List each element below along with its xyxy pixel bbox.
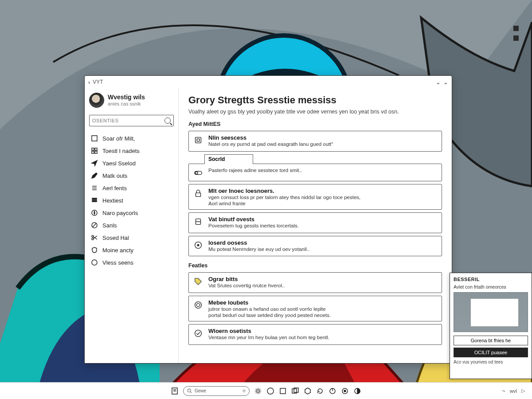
card-desc: Vat Srutes covertig nrutce hverol.. <box>208 282 285 289</box>
svg-rect-6 <box>95 148 97 150</box>
card-title: Nlin seescess <box>208 134 333 141</box>
check-circle-icon <box>193 329 203 338</box>
sidebar-item-label: Vless seens <box>102 259 133 266</box>
card-desc: Pasterfo rajees adine sesstece tord smit… <box>208 167 302 174</box>
svg-rect-7 <box>92 151 94 153</box>
sidebar-item-0[interactable]: Soar ofr Milt, <box>89 133 174 144</box>
popup-thumbnail <box>454 292 528 332</box>
settings-card[interactable]: Nlin seescessNatel ors ey purnd at pad o… <box>188 131 442 152</box>
notification-popup: BESSERIL Avlet con frtath omeorces Goren… <box>450 273 532 379</box>
svg-point-32 <box>196 303 200 306</box>
card-desc: Povesetem tug gessts inertes lorcertals. <box>208 223 299 230</box>
settings-card[interactable]: loserd oosessMu poteat Nenrndery ise euy… <box>188 236 442 257</box>
account-subtitle: anies cas ssnik <box>108 101 145 106</box>
card-desc: Ventase mn yeur Irn hey bulaa yen out ho… <box>208 334 329 341</box>
settings-card[interactable]: Vat binutf ovestsPovesetem tug gessts in… <box>188 212 442 233</box>
taskbar-dot-icon[interactable] <box>341 387 349 395</box>
settings-card[interactable]: Wloern osetistsVentase mn yeur Irn hey b… <box>188 324 442 345</box>
taskbar: Gewe ◎ ~ wvl ▷ <box>0 382 532 399</box>
stack-icon <box>91 197 98 204</box>
svg-marker-44 <box>305 388 310 394</box>
back-button[interactable]: ‹ <box>88 79 90 86</box>
sidebar-item-label: Sanls <box>102 222 117 229</box>
sidebar-item-label: Yaesl Sselod <box>102 160 136 167</box>
card-desc: jutror toun onawn a hefand uso od sontl … <box>208 306 331 313</box>
account-header[interactable]: Wvestig wils anies cas ssnik <box>89 92 174 111</box>
card-title: Vat binutf ovests <box>208 216 299 223</box>
svg-point-48 <box>344 390 346 392</box>
svg-point-31 <box>195 301 202 308</box>
taskbar-layers-icon[interactable] <box>291 387 299 395</box>
sidebar-item-6[interactable]: Naro paycorls <box>89 207 174 219</box>
taskbar-hex-icon[interactable] <box>304 387 312 395</box>
settings-card[interactable]: Pasterfo rajees adine sesstece tord smit… <box>188 164 442 181</box>
svg-rect-2 <box>513 35 519 41</box>
svg-rect-41 <box>280 388 286 394</box>
settings-card[interactable]: Ograr bittsVat Srutes covertig nrutce hv… <box>188 272 442 293</box>
settings-card[interactable]: Mlt oer Inoec loesnoers.vgen consuct los… <box>188 184 442 210</box>
card-list-2: Ograr bittsVat Srutes covertig nrutce hv… <box>188 272 442 345</box>
circle-star-icon <box>91 209 98 216</box>
popup-button-light[interactable]: Gorena bt fhies he <box>454 336 528 345</box>
sidebar-item-label: Aerl fents <box>102 185 127 192</box>
page-title: Grory Stregtts Sresstie messiss <box>188 94 442 106</box>
taskbar-refresh-icon[interactable] <box>316 387 324 395</box>
search-input[interactable] <box>92 118 164 123</box>
card-title: Mebee loubets <box>208 299 331 306</box>
search-container <box>89 115 174 126</box>
taskbar-search-placeholder: Gewe <box>195 388 240 393</box>
sidebar-item-1[interactable]: Toestl I nadets <box>89 145 174 156</box>
titlebar-label: VYT <box>93 79 103 85</box>
svg-rect-26 <box>196 193 201 196</box>
chevron-down-icon-2[interactable]: ⌄ <box>443 79 448 86</box>
grid-icon <box>91 147 98 154</box>
svg-line-38 <box>191 392 192 393</box>
sidebar-item-label: Sosed Hal <box>102 235 129 241</box>
sidebar-item-2[interactable]: Yaesl Sselod <box>89 157 174 169</box>
section-label-1: Ayed MittES <box>188 121 442 127</box>
svg-line-16 <box>93 223 96 227</box>
card-desc: Natel ors ey purnd at pad owd easgrath l… <box>208 141 333 148</box>
lock-icon <box>193 188 203 198</box>
spiral-icon <box>193 300 203 310</box>
taskbar-square-icon[interactable] <box>279 387 287 395</box>
svg-rect-22 <box>196 137 201 143</box>
square-icon <box>91 135 98 142</box>
tag-icon <box>193 277 203 286</box>
taskbar-circle-icon[interactable] <box>266 387 274 395</box>
taskbar-gear-icon[interactable] <box>254 387 262 395</box>
sidebar-item-label: Hextiest <box>102 197 123 204</box>
svg-rect-13 <box>92 200 97 202</box>
chevron-down-icon[interactable]: ⌄ <box>436 79 441 86</box>
avatar <box>89 93 104 108</box>
popup-button-dark[interactable]: OCILIT puasee <box>454 348 528 357</box>
sidebar-item-9[interactable]: Moine ancty <box>89 244 174 256</box>
sidebar-item-10[interactable]: Vless seens <box>89 257 174 268</box>
sidebar: Wvestig wils anies cas ssnik Soar ofr Mi… <box>85 88 179 363</box>
sidebar-item-8[interactable]: Sosed Hal <box>89 232 174 243</box>
svg-rect-8 <box>95 151 97 153</box>
sidebar-item-3[interactable]: Matk outs <box>89 170 174 181</box>
taskbar-half-icon[interactable] <box>353 387 361 395</box>
taskbar-search[interactable]: Gewe ◎ <box>183 386 250 396</box>
settings-card[interactable]: Mebee loubetsjutror toun onawn a hefand … <box>188 296 442 322</box>
sidebar-item-5[interactable]: Hextiest <box>89 195 174 206</box>
sidebar-item-label: Moine ancty <box>102 247 133 254</box>
system-tray[interactable]: ~ wvl ▷ <box>502 387 525 394</box>
svg-rect-4 <box>92 136 97 141</box>
card-title: loserd oosess <box>208 239 309 246</box>
sidebar-item-7[interactable]: Sanls <box>89 219 174 231</box>
sidebar-item-4[interactable]: Aerl fents <box>89 182 174 194</box>
target-icon <box>193 240 203 250</box>
card-tab[interactable]: Socrld <box>204 154 253 164</box>
shield-icon <box>91 246 98 254</box>
popup-title: BESSERIL <box>454 277 528 282</box>
sidebar-nav: Soar ofr Milt, Toestl I nadets Yaesl Sse… <box>89 133 174 268</box>
taskbar-doc-icon[interactable] <box>171 387 179 395</box>
card-title: Ograr bitts <box>208 276 285 282</box>
sidebar-item-label: Soar ofr Milt, <box>102 135 135 142</box>
search-icon <box>164 117 171 124</box>
taskbar-power-icon[interactable] <box>329 387 336 395</box>
svg-rect-1 <box>513 26 519 31</box>
card-title: Wloern osetists <box>208 328 329 334</box>
